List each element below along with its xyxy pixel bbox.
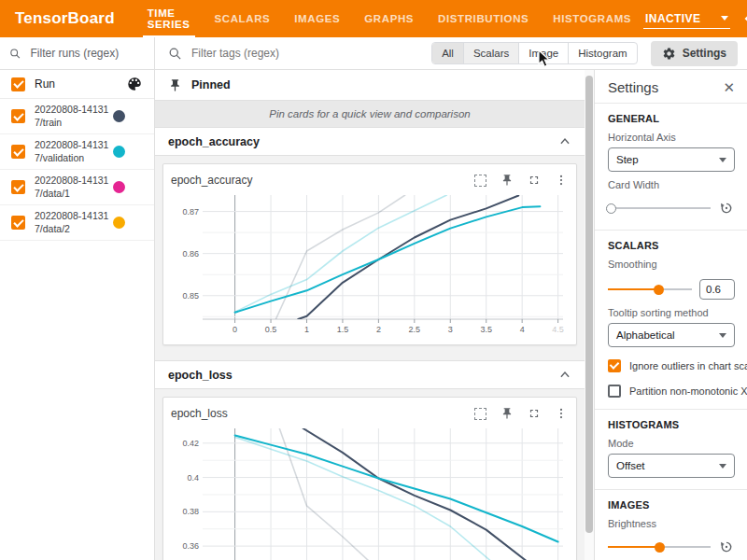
filter-tags-input[interactable]	[190, 46, 431, 61]
svg-text:0.87: 0.87	[182, 207, 199, 217]
pin-card-button[interactable]	[500, 173, 514, 188]
close-icon[interactable]: ✕	[723, 80, 735, 94]
chip-histogram[interactable]: Histogram	[569, 43, 636, 63]
histogram-mode-value: Offset	[616, 460, 644, 471]
tooltip-sorting-label: Tooltip sorting method	[608, 307, 735, 318]
reset-brightness-button[interactable]	[718, 539, 735, 555]
reset-icon	[719, 201, 734, 216]
card-width-label: Card Width	[608, 179, 735, 190]
svg-text:0: 0	[233, 325, 237, 334]
section-header-epoch-accuracy[interactable]: epoch_accuracy	[155, 127, 585, 156]
run-row-data-1[interactable]: 20220808-141317/data/1	[0, 170, 154, 205]
run-label: 20220808-141317/train	[35, 104, 113, 129]
svg-text:3.5: 3.5	[480, 325, 492, 334]
card-title: epoch_loss	[171, 407, 472, 420]
chip-scalars[interactable]: Scalars	[464, 43, 519, 63]
settings-button[interactable]: Settings	[651, 41, 738, 66]
section-title: epoch_accuracy	[168, 135, 260, 148]
scrollbar-thumb[interactable]	[585, 76, 593, 533]
svg-text:3: 3	[448, 325, 453, 334]
selection-box-icon	[474, 175, 486, 187]
histogram-mode-select[interactable]: Offset	[608, 454, 735, 478]
tab-images[interactable]: IMAGES	[282, 0, 352, 37]
settings-button-label: Settings	[683, 47, 726, 60]
partition-x-axis-label: Partition non-monotonic X axis	[629, 385, 747, 397]
app-logo: TensorBoard	[0, 0, 130, 37]
chip-all[interactable]: All	[432, 43, 464, 63]
brightness-slider[interactable]	[608, 540, 711, 553]
chevron-up-icon	[558, 369, 571, 382]
pinned-empty-message: Pin cards for a quick view and compariso…	[155, 101, 585, 127]
search-icon	[168, 47, 182, 61]
reload-status-value: INACTIVE	[645, 12, 700, 25]
epoch-loss-chart[interactable]: 0.360.380.40.42	[171, 426, 569, 560]
run-row-data-2[interactable]: 20220808-141317/data/2	[0, 205, 154, 241]
ignore-outliers-label: Ignore outliers in chart scaling	[629, 360, 747, 371]
search-icon	[9, 47, 21, 61]
run-row-validation[interactable]: 20220808-141317/validation	[0, 134, 154, 170]
svg-text:4: 4	[520, 325, 525, 334]
tags-toolbar: All Scalars Image Histogram Settings	[155, 37, 747, 70]
fullscreen-button[interactable]	[527, 406, 542, 421]
nav-tabs: TIME SERIES SCALARS IMAGES GRAPHS DISTRI…	[135, 0, 643, 37]
reload-status-dropdown[interactable]: INACTIVE	[643, 9, 730, 29]
run-checkbox-data-2[interactable]	[11, 216, 25, 230]
dark-mode-toggle-button[interactable]	[743, 9, 747, 28]
histogram-mode-label: Mode	[608, 438, 735, 449]
run-checkbox-data-1[interactable]	[11, 180, 25, 194]
more-options-button[interactable]	[554, 406, 569, 421]
more-options-button[interactable]	[554, 173, 569, 188]
select-all-runs-checkbox[interactable]	[11, 77, 25, 91]
svg-text:0.4: 0.4	[187, 473, 199, 483]
fullscreen-button[interactable]	[527, 173, 542, 188]
run-row-train[interactable]: 20220808-141317/train	[0, 99, 154, 134]
filter-runs-input[interactable]	[28, 46, 145, 61]
palette-icon[interactable]	[126, 76, 143, 92]
svg-text:0.5: 0.5	[265, 325, 277, 334]
pinned-header: Pinned	[155, 70, 585, 101]
smoothing-value-input[interactable]	[699, 279, 735, 300]
svg-text:2: 2	[376, 325, 381, 334]
card-width-slider[interactable]	[608, 202, 711, 215]
run-checkbox-train[interactable]	[11, 109, 25, 123]
horizontal-axis-select[interactable]: Step	[608, 147, 735, 172]
runs-sidebar: Run 20220808-141317/train 20220808-14131…	[0, 37, 155, 560]
runs-column-header: Run	[35, 77, 126, 91]
partition-x-axis-checkbox[interactable]	[608, 385, 621, 398]
fit-to-data-button[interactable]	[472, 173, 487, 188]
ignore-outliers-checkbox[interactable]	[608, 359, 621, 372]
fit-to-data-button[interactable]	[472, 406, 487, 421]
pin-icon	[500, 174, 514, 187]
svg-text:1.5: 1.5	[337, 325, 349, 334]
pinned-title: Pinned	[191, 78, 231, 91]
scalar-card-epoch-loss: epoch_loss	[162, 397, 577, 560]
reset-card-width-button[interactable]	[718, 200, 735, 217]
svg-text:4.5: 4.5	[552, 325, 564, 334]
section-header-epoch-loss[interactable]: epoch_loss	[155, 360, 585, 389]
svg-text:0.85: 0.85	[182, 291, 199, 301]
tooltip-sorting-select[interactable]: Alphabetical	[608, 323, 735, 347]
chevron-up-icon	[558, 135, 571, 148]
scalar-card-epoch-accuracy: epoch_accuracy	[162, 163, 577, 345]
pin-card-button[interactable]	[500, 406, 514, 421]
settings-panel-title: Settings	[608, 79, 658, 95]
section-heading: SCALARS	[608, 240, 735, 251]
run-checkbox-validation[interactable]	[11, 145, 25, 159]
smoothing-slider[interactable]	[608, 283, 692, 296]
section-heading: IMAGES	[608, 499, 735, 511]
svg-text:0.38: 0.38	[182, 507, 199, 516]
section-heading: GENERAL	[608, 113, 735, 124]
chevron-down-icon	[721, 16, 728, 21]
epoch-accuracy-chart[interactable]: 0.850.860.8700.511.522.533.544.5	[171, 192, 569, 336]
brightness-label: Brightness	[608, 518, 735, 529]
run-color-swatch	[113, 110, 125, 122]
tab-histograms[interactable]: HISTOGRAMS	[541, 0, 643, 37]
svg-text:0.36: 0.36	[182, 541, 199, 551]
tab-time-series[interactable]: TIME SERIES	[135, 0, 203, 37]
chip-image[interactable]: Image	[519, 43, 569, 63]
kebab-menu-icon	[555, 407, 568, 420]
tab-distributions[interactable]: DISTRIBUTIONS	[426, 0, 541, 37]
tab-scalars[interactable]: SCALARS	[203, 0, 283, 37]
tab-graphs[interactable]: GRAPHS	[352, 0, 426, 37]
settings-section-images: IMAGES Brightness	[595, 489, 747, 560]
